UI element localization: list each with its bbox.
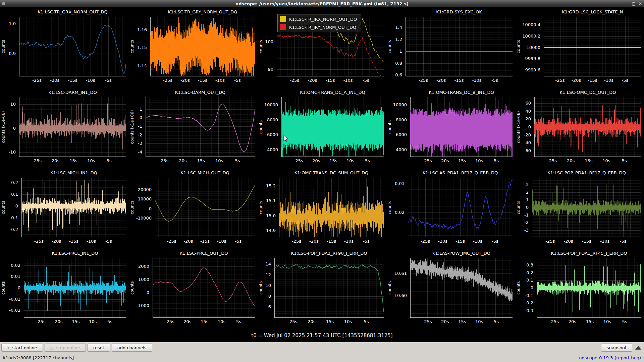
x-tick-label: -10s	[341, 239, 356, 244]
close-button[interactable]: ✕	[639, 0, 642, 7]
x-tick-label: -20s	[569, 78, 584, 83]
y-tick-label: 0.03	[387, 181, 405, 186]
x-tick-label: -5s	[102, 319, 116, 324]
plot-cell-k1-lsc-darm-out-dq: K1:LSC-DARM_OUT_DQcounts (x1e+06)10-1-2-…	[129, 88, 258, 168]
plot-title: K1:LSC-OMC_DC_OUT_DQ	[534, 90, 641, 95]
y-tick-label: 10000	[516, 45, 540, 50]
x-tick-label: -5s	[487, 78, 502, 83]
plot-canvas[interactable]	[406, 17, 513, 76]
plot-canvas[interactable]	[534, 97, 641, 157]
plot-canvas[interactable]	[408, 178, 513, 237]
snapshot-button[interactable]: snapshot	[601, 344, 632, 352]
x-tick-label: -5s	[231, 239, 246, 244]
reset-button[interactable]: reset	[88, 344, 110, 352]
plot-title: K1:LSC-AS_PDA1_RF17_Q_ERR_DQ	[408, 170, 513, 175]
maximize-button[interactable]: ▢	[632, 0, 636, 7]
x-tick-label: -25s	[291, 158, 306, 163]
x-tick-label: -25s	[418, 239, 433, 244]
x-tick-label: -20s	[308, 158, 323, 163]
plot-cell-k1-lsc-tr-grx-norm-out-dq: K1:LSC-TR_GRX_NORM_OUT_DQcounts1.00.9-25…	[0, 7, 129, 88]
expand-panel-button[interactable]	[634, 344, 643, 352]
x-tick-label: -10s	[83, 158, 98, 163]
x-tick-label: -5s	[488, 319, 503, 324]
plot-title: K1:LSC-POP_PDA1_RF45_I_ERR_DQ	[537, 251, 641, 256]
x-tick-label: -15s	[322, 319, 336, 324]
plot-canvas[interactable]	[281, 97, 384, 157]
plot-canvas[interactable]	[537, 258, 641, 318]
y-tick-label: 0	[1, 126, 16, 131]
plot-canvas[interactable]	[21, 178, 126, 237]
plot-canvas[interactable]	[410, 258, 513, 318]
window-titlebar[interactable]: ndscope: /users/yuzu/lockloss/etc/PRFPMI…	[0, 0, 644, 7]
x-tick-label: -25s	[289, 239, 304, 244]
plot-canvas[interactable]	[146, 97, 255, 157]
triangle-up-icon	[635, 346, 641, 350]
x-tick-label: -25s	[287, 78, 302, 83]
x-tick-label: -15s	[452, 78, 467, 83]
stop-online-button[interactable]: □ stop online	[45, 344, 86, 352]
plot-canvas[interactable]	[19, 17, 126, 76]
plot-title: K1:LSC-PRCL_OUT_DQ	[153, 251, 255, 256]
plot-cell-k1-lsc-prcl-in1-dq: K1:LSC-PRCL_IN1_DQcounts0.020.010-0.01-0…	[0, 249, 129, 329]
y-tick-label: 0.02	[387, 210, 405, 215]
plot-grid: K1:LSC-TR_GRX_NORM_OUT_DQcounts1.00.9-25…	[0, 7, 644, 329]
window-menu-icon[interactable]	[2, 2, 5, 5]
ndscope-link[interactable]: ndscope	[579, 355, 597, 360]
x-tick-label: -10s	[471, 158, 486, 163]
plot-canvas[interactable]	[544, 17, 641, 76]
x-tick-label: -25s	[34, 319, 48, 324]
y-tick-label: 0.01	[1, 274, 20, 279]
y-tick-label: 12	[258, 272, 271, 278]
minimize-button[interactable]: –	[627, 0, 629, 7]
version-link[interactable]: 0.19.3	[599, 355, 613, 360]
x-tick-label: -10s	[83, 78, 98, 83]
x-tick-label: -20s	[435, 239, 450, 244]
plot-title: K1:LSC-MICH_OUT_DQ	[155, 170, 255, 175]
plot-canvas[interactable]	[153, 258, 255, 318]
plot-cell-k1-lsc-as-pda1-rf17-q-err-dq: K1:LSC-AS_PDA1_RF17_Q_ERR_DQcounts0.030.…	[386, 168, 515, 249]
statusbar-links: ndscope0.19.3(report bug)	[579, 355, 641, 360]
x-tick-label: -25s	[32, 239, 46, 244]
x-tick-label: -20s	[434, 78, 448, 83]
x-tick-label: -5s	[616, 239, 631, 244]
start-online-label: start online	[12, 345, 37, 350]
x-tick-label: -5s	[359, 158, 374, 163]
x-tick-label: -5s	[618, 78, 633, 83]
x-tick-label: -10s	[340, 319, 355, 324]
x-tick-label: -15s	[197, 319, 211, 324]
plot-title: K1:GRD-LSC_LOCK_STATE_N	[544, 9, 641, 14]
plot-canvas[interactable]	[24, 258, 126, 318]
x-tick-label: -20s	[562, 158, 577, 163]
y-tick-label: 10000	[387, 102, 407, 108]
start-online-button[interactable]: ▷ start online	[1, 344, 43, 352]
x-tick-label: -10s	[471, 319, 486, 324]
plot-cell-k1-lsc-prcl-out-dq: K1:LSC-PRCL_OUT_DQcounts200010000-1000-2…	[129, 249, 258, 329]
y-tick-label: 0	[1, 285, 20, 291]
x-tick-label: -5s	[359, 239, 374, 244]
y-tick-label: 9999.8	[516, 56, 540, 61]
y-tick-label: 0.02	[1, 263, 20, 268]
plot-canvas[interactable]	[274, 258, 384, 318]
y-tick-label: 0.2	[1, 180, 18, 185]
play-icon: ▷	[7, 346, 10, 350]
plot-canvas[interactable]	[532, 178, 641, 237]
y-tick-label: -4	[129, 149, 142, 155]
x-tick-label: -20s	[437, 319, 452, 324]
plot-canvas[interactable]	[279, 178, 384, 237]
plot-canvas[interactable]	[150, 17, 255, 76]
add-channels-button[interactable]: add channels	[112, 344, 152, 352]
legend-entry: K1:LSC-TR_IRY_NORM_OUT_DQ	[280, 24, 357, 30]
server-status: k1nds2:8088 [222717 channels]	[3, 355, 74, 360]
y-tick-label: 20000	[129, 187, 152, 192]
statusbar: k1nds2:8088 [222717 channels] ndscope0.1…	[0, 353, 644, 362]
y-tick-label: 0	[129, 290, 149, 295]
x-tick-label: -10s	[601, 78, 616, 83]
plot-canvas[interactable]	[155, 178, 255, 237]
y-tick-label: -1	[516, 213, 529, 218]
plot-canvas[interactable]	[410, 97, 513, 157]
y-tick-label: 8000	[258, 117, 278, 123]
x-tick-label: -10s	[597, 239, 612, 244]
plot-canvas[interactable]	[19, 97, 126, 157]
report-bug-link[interactable]: report bug	[616, 355, 639, 360]
y-tick-label: -20	[516, 132, 531, 138]
